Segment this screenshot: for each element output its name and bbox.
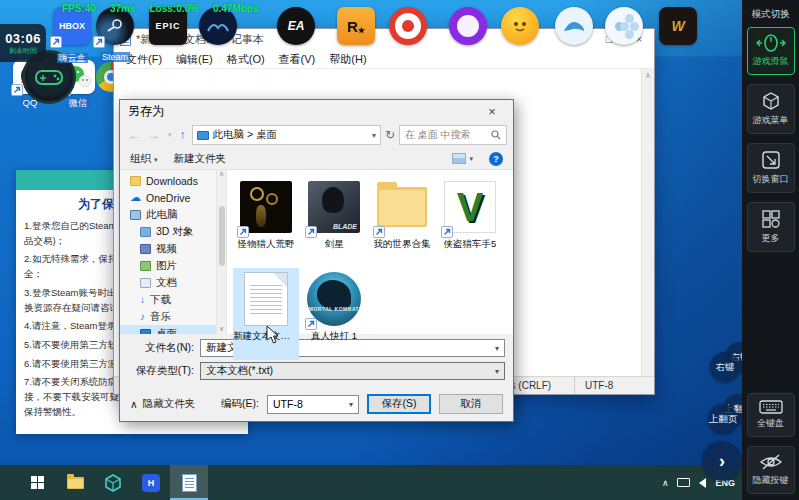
cancel-button[interactable]: 取消 bbox=[439, 394, 503, 414]
taskbar-hbox[interactable]: H bbox=[132, 465, 170, 500]
hbox-label: 嗨云盒 bbox=[57, 53, 88, 63]
taskbar-explorer[interactable] bbox=[56, 465, 94, 500]
notepad-text-area[interactable]: ∧ 另存为 × ← → ▾ ↑ 此电脑 > 桌面 ▾ ↻ bbox=[114, 69, 654, 376]
shortcut-arrow-icon bbox=[50, 36, 62, 48]
notepad-scrollbar[interactable]: ∧ bbox=[641, 69, 654, 376]
organize-button[interactable]: 组织 ▾ bbox=[130, 152, 157, 166]
chevron-down-icon[interactable]: ▾ bbox=[495, 367, 499, 376]
dialog-titlebar[interactable]: 另存为 × bbox=[120, 100, 513, 122]
page-up-bubble[interactable]: 上翻页 bbox=[708, 404, 738, 434]
taskbar-cube-app[interactable] bbox=[94, 465, 132, 500]
game-menu-button[interactable]: 游戏菜单 bbox=[747, 84, 795, 134]
taskbar-notepad-active[interactable] bbox=[170, 465, 208, 500]
scroll-down-icon[interactable]: ∨ bbox=[219, 325, 224, 333]
tree-item-music[interactable]: ♪音乐 bbox=[120, 308, 226, 325]
up-arrow-icon[interactable]: ↑ bbox=[178, 128, 188, 142]
new-folder-button[interactable]: 新建文件夹 bbox=[173, 152, 226, 166]
menu-format[interactable]: 格式(O) bbox=[221, 50, 271, 68]
savetype-select[interactable]: 文本文档(*.txt) ▾ bbox=[200, 362, 505, 380]
file-list: 怪物猎人荒野 BLADE 剑星 bbox=[226, 170, 513, 334]
shortcut-ppsspp[interactable] bbox=[604, 6, 644, 46]
notepad-window: *新建文本文档.txt - 记事本 – □ × 文件(F) 编辑(E) 格式(O… bbox=[113, 28, 655, 395]
shortcut-gold-w[interactable]: W bbox=[658, 6, 698, 46]
red-ring-icon bbox=[389, 7, 427, 45]
shortcut-arrow-icon bbox=[11, 84, 23, 96]
switch-window-button[interactable]: 切换窗口 bbox=[747, 143, 795, 193]
chevron-down-icon[interactable]: ▾ bbox=[495, 344, 499, 353]
file-item-text-document[interactable]: 新建文本文档.txt bbox=[233, 268, 299, 360]
gold-w-icon: W bbox=[659, 7, 697, 45]
shortcut-orange-app[interactable] bbox=[500, 6, 540, 46]
tree-item-3d-objects[interactable]: 3D 对象 bbox=[120, 223, 226, 240]
steam-label: Steam bbox=[100, 52, 130, 62]
tree-item-pictures[interactable]: 图片 bbox=[120, 257, 226, 274]
chevron-right-icon: › bbox=[719, 451, 725, 472]
explorer-icon bbox=[67, 477, 84, 489]
expand-bubble[interactable]: › bbox=[702, 441, 742, 481]
scroll-thumb[interactable] bbox=[219, 206, 225, 266]
shortcut-rockstar[interactable]: R★ bbox=[336, 6, 376, 46]
shortcut-ea[interactable]: EA bbox=[276, 6, 316, 46]
stream-stats: FPS:40 37ms Loss:0.0% 0.47Mbps bbox=[62, 3, 259, 14]
scroll-up-icon[interactable]: ∧ bbox=[219, 170, 224, 178]
session-clock-badge[interactable]: 03:06 剩余时间 bbox=[0, 24, 46, 62]
tree-item-videos[interactable]: 视频 bbox=[120, 240, 226, 257]
file-item-stellar-blade[interactable]: BLADE 剑星 bbox=[301, 176, 367, 268]
tree-item-onedrive[interactable]: ☁OneDrive bbox=[120, 189, 226, 206]
encoding-label: 编码(E): bbox=[221, 397, 259, 411]
save-button[interactable]: 保存(S) bbox=[367, 394, 431, 414]
menu-edit[interactable]: 编辑(E) bbox=[170, 50, 219, 68]
encoding-value: UTF-8 bbox=[273, 398, 303, 410]
dialog-title: 另存为 bbox=[128, 103, 164, 120]
hide-keys-button[interactable]: 隐藏按键 bbox=[747, 446, 795, 494]
music-note-icon: ♪ bbox=[140, 311, 145, 322]
chevron-down-icon: ▾ bbox=[349, 400, 353, 409]
filename-label: 文件名(N): bbox=[128, 341, 194, 355]
volume-icon[interactable] bbox=[699, 478, 706, 488]
tree-item-this-pc[interactable]: 此电脑 bbox=[120, 206, 226, 223]
game-mouse-button[interactable]: 游戏滑鼠 bbox=[747, 27, 795, 75]
tray-expand-icon[interactable]: ∧ bbox=[662, 478, 669, 488]
forward-arrow-icon[interactable]: → bbox=[146, 128, 162, 142]
tree-item-documents[interactable]: 文档 bbox=[120, 274, 226, 291]
tree-item-downloads[interactable]: Downloads bbox=[120, 172, 226, 189]
network-icon[interactable] bbox=[677, 478, 690, 487]
view-mode-button[interactable]: ▾ bbox=[452, 153, 473, 164]
shortcut-arrow-icon bbox=[305, 318, 317, 330]
encoding-select[interactable]: UTF-8 ▾ bbox=[267, 395, 359, 414]
breadcrumb[interactable]: 此电脑 > 桌面 ▾ bbox=[192, 125, 381, 145]
tree-scrollbar[interactable]: ∧∨ bbox=[216, 170, 226, 334]
tree-item-downloads-sub[interactable]: ↓下载 bbox=[120, 291, 226, 308]
menu-help[interactable]: 帮助(H) bbox=[323, 50, 372, 68]
file-item-monster-hunter[interactable]: 怪物猎人荒野 bbox=[233, 176, 299, 268]
scroll-up-icon[interactable]: ∧ bbox=[642, 69, 654, 80]
tree-item-desktop[interactable]: 桌面 bbox=[120, 325, 226, 334]
3d-objects-icon bbox=[140, 227, 151, 237]
start-button[interactable] bbox=[18, 465, 56, 500]
breadcrumb-dropdown-icon[interactable]: ▾ bbox=[372, 131, 376, 140]
menu-view[interactable]: 查看(V) bbox=[273, 50, 322, 68]
file-item-minecraft-folder[interactable]: 我的世界合集 bbox=[369, 176, 435, 268]
search-box[interactable]: 在 桌面 中搜索 bbox=[399, 125, 507, 145]
file-item-gta5[interactable]: V 侠盗猎车手5 bbox=[437, 176, 503, 268]
right-click-bubble[interactable]: 右键 bbox=[710, 352, 740, 382]
help-button[interactable]: ? bbox=[489, 152, 503, 166]
mode-switch-label: 模式切换 bbox=[752, 8, 790, 21]
notepad-menubar: 文件(F) 编辑(E) 格式(O) 查看(V) 帮助(H) bbox=[114, 50, 654, 69]
file-item-mortal-kombat[interactable]: MORTAL KOMBAT 真人快打 1 bbox=[301, 268, 367, 360]
shortcut-red-app[interactable] bbox=[388, 6, 428, 46]
dialog-close-button[interactable]: × bbox=[479, 104, 505, 119]
this-pc-icon bbox=[197, 131, 209, 140]
more-button[interactable]: 更多 bbox=[747, 202, 795, 252]
session-time-sub: 剩余时间 bbox=[9, 46, 37, 56]
shortcut-dolphin[interactable] bbox=[554, 6, 594, 46]
back-arrow-icon[interactable]: ← bbox=[126, 128, 142, 142]
mouse-cursor bbox=[265, 325, 281, 345]
shortcut-purple-app[interactable] bbox=[448, 6, 488, 46]
desktop: FPS:40 37ms Loss:0.0% 0.47Mbps 03:06 剩余时… bbox=[0, 0, 799, 500]
taskbar: H ∧ ENG bbox=[0, 465, 799, 500]
hide-folders-button[interactable]: ∧隐藏文件夹 bbox=[130, 397, 195, 411]
full-keyboard-button[interactable]: 全键盘 bbox=[747, 393, 795, 437]
refresh-icon[interactable]: ↻ bbox=[385, 128, 395, 142]
history-dropdown-icon[interactable]: ▾ bbox=[166, 131, 174, 139]
